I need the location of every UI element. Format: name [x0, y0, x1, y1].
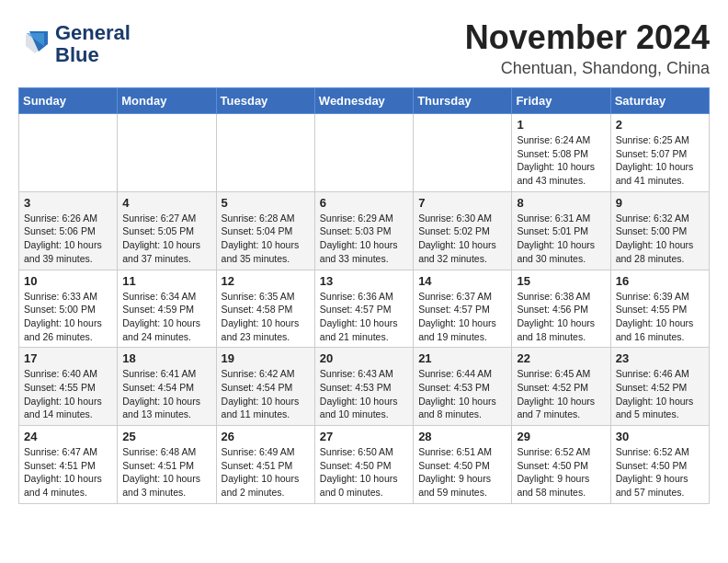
day-info: Sunrise: 6:33 AMSunset: 5:00 PMDaylight:… [24, 290, 112, 344]
day-number: 16 [616, 274, 704, 288]
weekday-header-thursday: Thursday [414, 88, 512, 114]
calendar-cell: 30Sunrise: 6:52 AMSunset: 4:50 PMDayligh… [610, 426, 709, 504]
calendar-cell: 6Sunrise: 6:29 AMSunset: 5:03 PMDaylight… [314, 191, 413, 270]
day-number: 8 [517, 196, 605, 210]
calendar-cell: 28Sunrise: 6:51 AMSunset: 4:50 PMDayligh… [414, 426, 512, 504]
month-title: November 2024 [465, 18, 710, 57]
calendar-cell [216, 114, 314, 192]
day-info: Sunrise: 6:24 AMSunset: 5:08 PMDaylight:… [517, 133, 605, 188]
calendar-cell: 17Sunrise: 6:40 AMSunset: 4:55 PMDayligh… [19, 348, 118, 426]
calendar-cell [314, 114, 413, 192]
day-info: Sunrise: 6:43 AMSunset: 4:53 PMDaylight:… [320, 367, 408, 421]
day-info: Sunrise: 6:29 AMSunset: 5:03 PMDaylight:… [320, 212, 408, 266]
day-number: 3 [24, 196, 112, 210]
day-number: 15 [517, 274, 605, 288]
calendar-cell: 27Sunrise: 6:50 AMSunset: 4:50 PMDayligh… [314, 426, 413, 504]
day-info: Sunrise: 6:32 AMSunset: 5:00 PMDaylight:… [616, 212, 704, 266]
calendar-cell [118, 114, 216, 192]
day-number: 7 [418, 196, 506, 210]
logo-icon [18, 28, 51, 61]
logo: General Blue [18, 22, 131, 66]
page-header: General Blue November 2024 Chentuan, Sha… [18, 18, 710, 78]
day-number: 5 [222, 196, 310, 210]
day-number: 14 [418, 274, 506, 288]
calendar-week-row: 1Sunrise: 6:24 AMSunset: 5:08 PMDaylight… [19, 114, 710, 192]
day-number: 13 [320, 274, 408, 288]
weekday-header-saturday: Saturday [610, 88, 709, 114]
calendar-cell: 19Sunrise: 6:42 AMSunset: 4:54 PMDayligh… [216, 348, 314, 426]
calendar-header-row: SundayMondayTuesdayWednesdayThursdayFrid… [19, 88, 710, 114]
day-info: Sunrise: 6:51 AMSunset: 4:50 PMDaylight:… [418, 445, 506, 500]
day-info: Sunrise: 6:42 AMSunset: 4:54 PMDaylight:… [222, 367, 310, 421]
day-number: 21 [418, 351, 506, 365]
day-number: 22 [517, 351, 605, 365]
day-info: Sunrise: 6:52 AMSunset: 4:50 PMDaylight:… [517, 445, 605, 500]
day-number: 27 [320, 430, 408, 443]
day-info: Sunrise: 6:46 AMSunset: 4:52 PMDaylight:… [616, 367, 704, 421]
day-info: Sunrise: 6:37 AMSunset: 4:57 PMDaylight:… [418, 290, 506, 344]
day-number: 10 [24, 274, 112, 288]
day-number: 29 [517, 430, 605, 443]
calendar-cell: 11Sunrise: 6:34 AMSunset: 4:59 PMDayligh… [118, 270, 216, 348]
calendar-cell: 22Sunrise: 6:45 AMSunset: 4:52 PMDayligh… [512, 348, 610, 426]
calendar-cell: 21Sunrise: 6:44 AMSunset: 4:53 PMDayligh… [414, 348, 512, 426]
calendar-cell: 18Sunrise: 6:41 AMSunset: 4:54 PMDayligh… [118, 348, 216, 426]
day-info: Sunrise: 6:36 AMSunset: 4:57 PMDaylight:… [320, 290, 408, 344]
calendar-cell: 14Sunrise: 6:37 AMSunset: 4:57 PMDayligh… [414, 270, 512, 348]
day-info: Sunrise: 6:50 AMSunset: 4:50 PMDaylight:… [320, 445, 408, 500]
day-number: 26 [222, 430, 310, 443]
day-number: 11 [122, 274, 210, 288]
weekday-header-tuesday: Tuesday [216, 88, 314, 114]
day-info: Sunrise: 6:45 AMSunset: 4:52 PMDaylight:… [517, 367, 605, 421]
calendar-cell: 7Sunrise: 6:30 AMSunset: 5:02 PMDaylight… [414, 191, 512, 270]
day-number: 6 [320, 196, 408, 210]
calendar-cell: 25Sunrise: 6:48 AMSunset: 4:51 PMDayligh… [118, 426, 216, 504]
calendar-cell: 20Sunrise: 6:43 AMSunset: 4:53 PMDayligh… [314, 348, 413, 426]
calendar-cell [414, 114, 512, 192]
day-info: Sunrise: 6:47 AMSunset: 4:51 PMDaylight:… [24, 445, 112, 500]
weekday-header-monday: Monday [118, 88, 216, 114]
day-number: 28 [418, 430, 506, 443]
calendar-week-row: 3Sunrise: 6:26 AMSunset: 5:06 PMDaylight… [19, 191, 710, 270]
calendar-cell: 1Sunrise: 6:24 AMSunset: 5:08 PMDaylight… [512, 114, 610, 192]
day-number: 23 [616, 351, 704, 365]
day-info: Sunrise: 6:41 AMSunset: 4:54 PMDaylight:… [122, 367, 210, 421]
day-number: 9 [616, 196, 704, 210]
title-area: November 2024 Chentuan, Shandong, China [465, 18, 710, 78]
day-number: 30 [616, 430, 704, 443]
day-info: Sunrise: 6:28 AMSunset: 5:04 PMDaylight:… [222, 212, 310, 266]
calendar-cell: 13Sunrise: 6:36 AMSunset: 4:57 PMDayligh… [314, 270, 413, 348]
weekday-header-friday: Friday [512, 88, 610, 114]
calendar-cell [19, 114, 118, 192]
calendar-cell: 12Sunrise: 6:35 AMSunset: 4:58 PMDayligh… [216, 270, 314, 348]
calendar-week-row: 24Sunrise: 6:47 AMSunset: 4:51 PMDayligh… [19, 426, 710, 504]
weekday-header-wednesday: Wednesday [314, 88, 413, 114]
day-number: 4 [122, 196, 210, 210]
calendar-table: SundayMondayTuesdayWednesdayThursdayFrid… [18, 87, 710, 504]
calendar-cell: 4Sunrise: 6:27 AMSunset: 5:05 PMDaylight… [118, 191, 216, 270]
calendar-cell: 9Sunrise: 6:32 AMSunset: 5:00 PMDaylight… [610, 191, 709, 270]
day-info: Sunrise: 6:26 AMSunset: 5:06 PMDaylight:… [24, 212, 112, 266]
day-info: Sunrise: 6:30 AMSunset: 5:02 PMDaylight:… [418, 212, 506, 266]
day-info: Sunrise: 6:44 AMSunset: 4:53 PMDaylight:… [418, 367, 506, 421]
calendar-week-row: 17Sunrise: 6:40 AMSunset: 4:55 PMDayligh… [19, 348, 710, 426]
calendar-week-row: 10Sunrise: 6:33 AMSunset: 5:00 PMDayligh… [19, 270, 710, 348]
day-info: Sunrise: 6:40 AMSunset: 4:55 PMDaylight:… [24, 367, 112, 421]
day-info: Sunrise: 6:34 AMSunset: 4:59 PMDaylight:… [122, 290, 210, 344]
calendar-cell: 2Sunrise: 6:25 AMSunset: 5:07 PMDaylight… [610, 114, 709, 192]
calendar-cell: 23Sunrise: 6:46 AMSunset: 4:52 PMDayligh… [610, 348, 709, 426]
day-info: Sunrise: 6:35 AMSunset: 4:58 PMDaylight:… [222, 290, 310, 344]
day-info: Sunrise: 6:38 AMSunset: 4:56 PMDaylight:… [517, 290, 605, 344]
day-number: 18 [122, 351, 210, 365]
calendar-cell: 26Sunrise: 6:49 AMSunset: 4:51 PMDayligh… [216, 426, 314, 504]
day-info: Sunrise: 6:39 AMSunset: 4:55 PMDaylight:… [616, 290, 704, 344]
day-info: Sunrise: 6:52 AMSunset: 4:50 PMDaylight:… [616, 445, 704, 500]
day-info: Sunrise: 6:48 AMSunset: 4:51 PMDaylight:… [122, 445, 210, 500]
day-info: Sunrise: 6:25 AMSunset: 5:07 PMDaylight:… [616, 133, 704, 188]
logo-text: General Blue [55, 22, 131, 66]
calendar-cell: 29Sunrise: 6:52 AMSunset: 4:50 PMDayligh… [512, 426, 610, 504]
calendar-cell: 8Sunrise: 6:31 AMSunset: 5:01 PMDaylight… [512, 191, 610, 270]
calendar-cell: 10Sunrise: 6:33 AMSunset: 5:00 PMDayligh… [19, 270, 118, 348]
day-number: 25 [122, 430, 210, 443]
calendar-cell: 24Sunrise: 6:47 AMSunset: 4:51 PMDayligh… [19, 426, 118, 504]
